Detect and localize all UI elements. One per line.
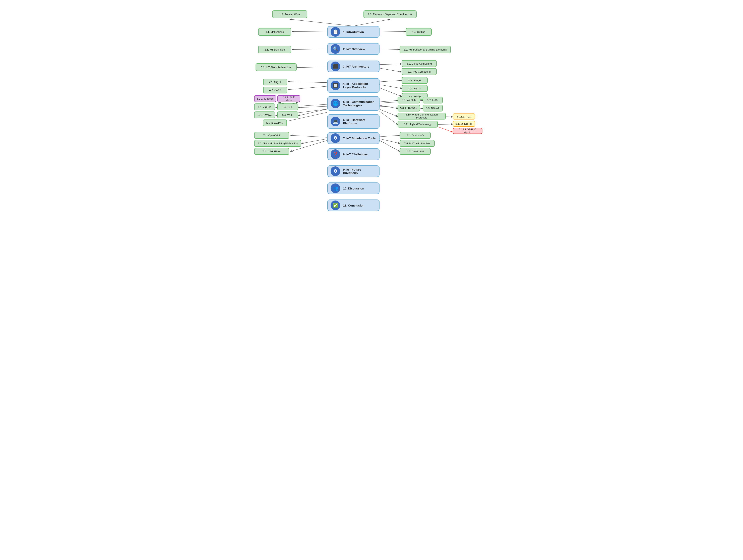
leaf-1-3[interactable]: 1.3. Research Gaps and Contributions [363,10,417,18]
svg-line-28 [437,124,453,125]
svg-line-15 [298,106,327,108]
iot-overview-icon: 🔍 [331,44,340,54]
leaf-5-2-2-label: 5.2.2. BLE Mesh [279,96,298,102]
leaf-7-3[interactable]: 7.3. OMNET++ [254,148,289,155]
iot-proto-label: 4. IoT Application Layer Protocols [343,82,368,89]
leaf-7-2[interactable]: 7.2. Network Simulator(NS2/ NS3) [254,140,301,147]
main-node-iot-proto[interactable]: 🔲 4. IoT Application Layer Protocols [327,78,380,93]
leaf-5-11-1[interactable]: 5.11.1. PLC [453,113,475,120]
leaf-5-4[interactable]: 5.4. Wi-Fi [277,111,298,118]
leaf-7-5-label: 7.5. MATLAB/Simulink [404,142,430,145]
svg-line-21 [380,100,398,102]
leaf-5-2-1[interactable]: 5.2.1. iBeacon [254,95,276,102]
leaf-7-6[interactable]: 7.6. GloMoSiM [400,148,431,155]
leaf-7-1-label: 7.1. OpenDSS [263,134,280,137]
svg-line-34 [380,139,400,143]
leaf-7-2-label: 7.2. Network Simulator(NS2/ NS3) [258,142,298,145]
leaf-3-1[interactable]: 3.1. IoT Stack Architecture [256,63,297,71]
leaf-5-1[interactable]: 5.1. ZigBee [254,103,275,110]
svg-line-29 [437,126,453,132]
svg-line-11 [380,80,402,82]
iot-overview-label: 2. IoT Overview [343,47,365,51]
leaf-4-1[interactable]: 4.1. MQTT [263,79,287,85]
svg-line-12 [380,85,402,88]
leaf-1-1[interactable]: 1.1. Motivations [258,28,291,36]
leaf-5-10[interactable]: 5.10. Wired Communication Protocols [398,113,446,120]
leaf-7-3-label: 7.3. OMNET++ [263,150,280,153]
leaf-4-4-label: 4.4. HTTP [408,87,421,90]
leaf-5-7-label: 5.7. LoRa [427,99,438,102]
main-node-iot-overview[interactable]: 🔍 2. IoT Overview [327,43,380,55]
leaf-5-2-1-label: 5.2.1. iBeacon [257,97,273,100]
intro-icon: 📋 [331,27,340,37]
leaf-4-1-label: 4.1. MQTT [269,81,281,84]
svg-line-2 [292,32,327,32]
main-node-iot-hw[interactable]: 💻 6. IoT Hardware Platforms [327,114,380,129]
leaf-5-8-label: 5.8. LoRaWAN [400,107,418,110]
iot-conc-icon: ✅ [331,200,340,210]
main-node-iot-disc[interactable]: 👥 10. Discussion [327,182,380,194]
leaf-3-3-label: 3.3. Fog Computing [407,70,431,73]
leaf-5-1-label: 5.1. ZigBee [258,105,271,108]
leaf-4-3[interactable]: 4.3. AMQP [402,77,428,84]
svg-line-3 [380,32,406,32]
leaf-5-12-1[interactable]: 5.12.1 G3-PLC Hybrid [453,128,482,134]
main-node-iot-comm[interactable]: 🌐 5. IoT Communication Technologies [327,96,380,111]
leaf-7-1[interactable]: 7.1. OpenDSS [254,132,289,139]
leaf-4-2[interactable]: 4.2. CoAP [263,87,287,93]
leaf-3-3[interactable]: 3.3. Fog Computing [402,68,437,75]
iot-future-icon: ⚙ [331,167,340,176]
main-node-iot-conc[interactable]: ✅ 11. Conclusion [327,199,380,211]
leaf-5-9[interactable]: 5.9. NB-IoT [423,105,443,111]
svg-line-26 [380,111,398,125]
iot-disc-label: 10. Discussion [343,187,364,190]
iot-sim-label: 7. IoT Simulation Tools [343,137,376,140]
leaf-5-12-1-label: 5.12.1 G3-PLC Hybrid [455,128,480,134]
leaf-1-1-label: 1.1. Motivations [266,31,284,34]
leaf-2-1-label: 2.1. IoT Definition [265,48,285,51]
svg-line-1 [353,19,390,26]
leaf-5-7[interactable]: 5.7. LoRa [423,97,443,103]
iot-arch-label: 3. IoT Architecture [343,65,369,68]
leaf-5-3[interactable]: 5.3. Z-Wave [254,111,275,118]
leaf-7-4[interactable]: 7.4. GridLab-D [400,132,431,139]
iot-chal-icon: ❓ [331,149,340,159]
leaf-5-2[interactable]: 5.2. BLE [277,103,298,110]
leaf-5-11[interactable]: 5.11. Hybrid Technology [398,121,438,128]
leaf-5-6[interactable]: 5.6. Wi-SUN [398,97,420,103]
iot-proto-icon: 🔲 [331,81,340,90]
leaf-5-2-2[interactable]: 5.2.2. BLE Mesh [277,95,300,102]
main-node-intro[interactable]: 📋 1. Introduction [327,26,380,38]
leaf-1-2[interactable]: 1.2. Related Work [272,10,307,18]
leaf-4-4[interactable]: 4.4. HTTP [402,85,428,92]
leaf-5-5[interactable]: 5.5. 6LoWPAN [263,120,287,126]
leaf-7-5[interactable]: 7.5. MATLAB/Simulink [400,140,435,147]
leaf-5-3-label: 5.3. Z-Wave [258,113,272,116]
leaf-2-2[interactable]: 2.2. IoT Functional Building Elements [400,46,451,53]
leaf-7-6-label: 7.6. GloMoSiM [407,150,424,153]
leaf-2-1[interactable]: 2.1. IoT Definition [258,46,291,53]
leaf-5-8[interactable]: 5.8. LoRaWAN [398,105,420,111]
main-node-iot-chal[interactable]: ❓ 8. IoT Challenges [327,148,380,160]
leaf-2-2-label: 2.2. IoT Functional Building Elements [404,48,447,51]
leaf-5-11-2-label: 5.11.2. NB-IoT [455,122,473,125]
main-node-iot-arch[interactable]: ⬛ 3. IoT Architecture [327,60,380,72]
main-node-iot-future[interactable]: ⚙ 9. IoT Future Directions [327,166,380,177]
leaf-5-11-label: 5.11. Hybrid Technology [404,123,432,126]
leaf-7-4-label: 7.4. GridLab-D [407,134,424,137]
svg-line-23 [380,105,398,108]
leaf-5-11-2[interactable]: 5.11.2. NB-IoT [453,121,475,127]
svg-line-13 [380,88,402,96]
iot-future-label: 9. IoT Future Directions [343,168,376,175]
main-node-iot-sim[interactable]: ⚙ 7. IoT Simulation Tools [327,132,380,144]
leaf-3-2[interactable]: 3.2. Cloud Computing [402,60,437,67]
iot-disc-icon: 👥 [331,183,340,193]
svg-line-4 [292,49,327,50]
leaf-5-11-1-label: 5.11.1. PLC [457,115,471,118]
svg-line-9 [288,82,327,83]
leaf-5-6-label: 5.6. Wi-SUN [402,99,416,102]
leaf-1-4[interactable]: 1.4. Outline [406,28,432,36]
iot-hw-icon: 💻 [331,117,340,126]
iot-arch-icon: ⬛ [331,61,340,71]
svg-line-31 [302,139,327,143]
